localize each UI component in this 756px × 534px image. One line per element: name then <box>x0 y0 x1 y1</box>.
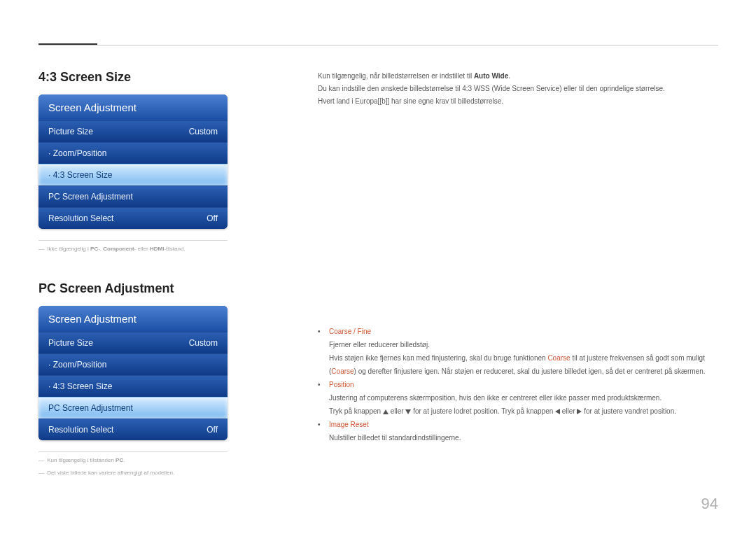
menu-item-label: 4:3 Screen Size <box>48 381 112 391</box>
menu-item-value: Off <box>206 213 218 223</box>
menu-item-value: Off <box>206 425 218 435</box>
menu-item[interactable]: 4:3 Screen Size <box>38 164 227 185</box>
section-title-43: 4:3 Screen Size <box>38 70 241 85</box>
menu-panel-1: Screen Adjustment Picture SizeCustomZoom… <box>38 94 227 229</box>
bullet-position: • Position Justering af computerens skær… <box>318 378 718 418</box>
bullet-image-reset: • Image Reset Nulstiller billedet til st… <box>318 418 718 444</box>
menu-item-value: Custom <box>189 127 218 136</box>
menu-item[interactable]: Resolution SelectOff <box>38 419 227 440</box>
bullet-dot: • <box>318 325 323 378</box>
menu-item-label: 4:3 Screen Size <box>48 170 112 180</box>
menu-item[interactable]: PC Screen Adjustment <box>38 185 227 207</box>
menu-item[interactable]: PC Screen Adjustment <box>38 397 227 419</box>
menu-item-label: Resolution Select <box>48 425 113 435</box>
menu-item-label: PC Screen Adjustment <box>48 192 133 202</box>
right-column: Kun tilgængelig, når billedstørrelsen er… <box>318 70 718 444</box>
menu-panel-2: Screen Adjustment Picture SizeCustomZoom… <box>38 306 227 440</box>
menu-item[interactable]: Picture SizeCustom <box>38 120 227 142</box>
arrow-up-icon <box>383 409 388 414</box>
section-title-pc: PC Screen Adjustment <box>38 281 241 296</box>
bullet-coarse-fine: • Coarse / Fine Fjerner eller reducerer … <box>318 325 718 378</box>
menu-item-value: Custom <box>189 338 218 348</box>
menu-item[interactable]: 4:3 Screen Size <box>38 375 227 397</box>
menu-item[interactable]: Picture SizeCustom <box>38 332 227 353</box>
bullet-list: • Coarse / Fine Fjerner eller reducerer … <box>318 325 718 444</box>
menu-item[interactable]: Zoom/Position <box>38 353 227 375</box>
menu-item-label: Zoom/Position <box>48 360 106 370</box>
arrow-left-icon <box>555 409 560 414</box>
menu-item-label: Picture Size <box>48 338 93 348</box>
left-column: 4:3 Screen Size Screen Adjustment Pictur… <box>38 70 241 477</box>
footnote-1: ― Ikke tilgængelig i PC-, Component- ell… <box>38 245 241 253</box>
menu-item-label: Resolution Select <box>48 213 113 223</box>
bullet-dot: • <box>318 418 323 444</box>
footnote-2b: ― Det viste billede kan variere afhængig… <box>38 469 241 477</box>
page-number: 94 <box>701 495 718 513</box>
menu-header: Screen Adjustment <box>38 94 227 120</box>
separator <box>38 451 227 452</box>
intro-text: Kun tilgængelig, når billedstørrelsen er… <box>318 70 718 108</box>
menu-item-label: PC Screen Adjustment <box>48 403 133 413</box>
footnote-2a: ― Kun tilgængelig i tilstanden PC. <box>38 456 241 465</box>
spacer <box>318 108 718 325</box>
bullet-dot: • <box>318 378 323 418</box>
header-rule <box>38 45 718 45</box>
menu-item[interactable]: Zoom/Position <box>38 142 227 164</box>
menu-header: Screen Adjustment <box>38 306 227 332</box>
menu-item[interactable]: Resolution SelectOff <box>38 207 227 229</box>
menu-item-label: Picture Size <box>48 127 93 136</box>
separator <box>38 240 227 241</box>
menu-item-label: Zoom/Position <box>48 148 106 158</box>
